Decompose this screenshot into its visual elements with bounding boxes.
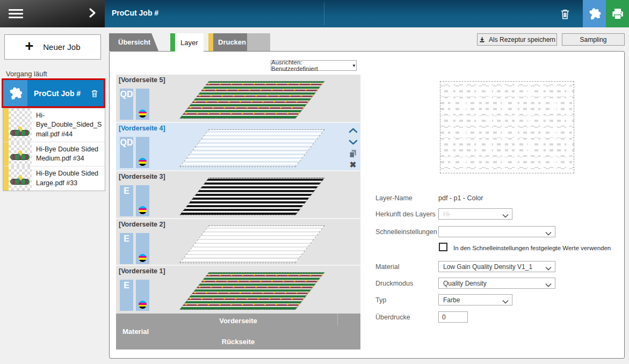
save-recipe-button[interactable]: Als Rezeptur speichern [477, 33, 557, 46]
job-status-stripe [3, 108, 9, 142]
layer-list: [Vorderseite 5] QD [Vorderseite 4] QD [116, 75, 360, 350]
print-mode-badge: QD [120, 89, 133, 99]
menu-icon[interactable] [9, 7, 23, 20]
move-layer-down-icon[interactable] [347, 137, 359, 147]
layer-row-vorderseite-5[interactable]: [Vorderseite 5] QD [116, 75, 360, 123]
caret-down-icon: ▼ [352, 63, 356, 68]
align-dropdown-value: Ausrichten: Benutzerdefiniert [271, 59, 349, 72]
header-main-section: ProCut Job # [105, 0, 629, 27]
header-bar: ProCut Job # [0, 0, 629, 27]
print-mode-dropdown[interactable]: Quality Density [438, 278, 555, 289]
footer-divider [337, 314, 338, 326]
job-list-item[interactable]: Hi-Bye Double Sided Large.pdf #33 [3, 166, 105, 191]
job-thumbnail [9, 166, 32, 191]
header-left-section [0, 0, 105, 27]
print-mode-value: Quality Density [443, 280, 487, 287]
job-status-stripe [3, 166, 9, 191]
layer-row-vorderseite-1[interactable]: [Vorderseite 1] E [116, 266, 360, 314]
remove-layer-icon[interactable]: ✖ [347, 160, 359, 170]
layer-tab-panel: Ausrichten: Benutzerdefiniert ▼ [Vorders… [109, 51, 625, 359]
layer-thumbnail [179, 178, 325, 215]
quick-settings-label: Schnelleinstellungen [375, 228, 437, 236]
download-icon [479, 36, 486, 43]
layer-row-vorderseite-4[interactable]: [Vorderseite 4] QD ✖ [116, 123, 360, 171]
cmyk-icon [139, 254, 147, 262]
cmyk-icon [139, 110, 147, 118]
move-layer-up-icon[interactable] [347, 126, 359, 135]
layer-row-vorderseite-2[interactable]: [Vorderseite 2] E [116, 219, 360, 266]
type-label: Typ [375, 296, 386, 304]
material-value: Low Gain Quality Density V1_1 [443, 263, 532, 271]
active-job-name: ProCut Job # [27, 89, 90, 98]
delete-job-icon[interactable] [554, 0, 576, 27]
job-list-item[interactable]: Hi-Bye_Double_Sided_Small.pdf #44 [3, 108, 105, 142]
plus-icon: + [25, 39, 34, 54]
job-name: Hi-Bye_Double_Sided_Small.pdf #44 [32, 108, 105, 142]
layer-row-label: [Vorderseite 5] [119, 76, 165, 84]
layer-row-vorderseite-3[interactable]: [Vorderseite 3] E [116, 171, 360, 219]
tab-drucken-label: Drucken [213, 38, 246, 46]
layer-name-label: Layer-Name [375, 194, 413, 202]
expand-chevron-icon[interactable] [89, 8, 96, 20]
header-divider [324, 2, 324, 25]
cmyk-icon [139, 158, 147, 166]
use-quick-settings-checkbox[interactable] [439, 243, 447, 251]
layer-preview [440, 81, 574, 173]
material-label: Material [375, 263, 399, 271]
print-mode-badge: E [120, 233, 133, 244]
layer-thumbnail [179, 81, 325, 119]
job-thumbnail [9, 142, 32, 166]
print-mode-bar: E [120, 233, 133, 264]
print-mode-bar: E [120, 185, 133, 216]
layer-thumbnail [179, 225, 325, 263]
tab-hidden-partial[interactable] [244, 33, 270, 51]
sampling-label: Sampling [580, 36, 606, 43]
align-dropdown[interactable]: Ausrichten: Benutzerdefiniert ▼ [271, 60, 357, 71]
printer-icon[interactable] [606, 0, 629, 27]
print-mode-badge: E [120, 280, 133, 290]
save-recipe-label: Als Rezeptur speichern [489, 36, 555, 43]
front-side-label: Vorderseite [116, 317, 360, 325]
tab-uebersicht[interactable]: Übersicht [109, 33, 158, 51]
layer-row-label: [Vorderseite 2] [119, 221, 165, 228]
tab-drucken[interactable]: Drucken [208, 33, 247, 51]
layer-row-actions: ✖ [347, 123, 359, 170]
print-mode-badge: QD [120, 137, 133, 148]
procut-puzzle-icon[interactable] [583, 0, 606, 27]
use-quick-settings-label: In den Schnelleinstellungen festgelegte … [453, 245, 611, 251]
job-delete-icon[interactable] [90, 89, 104, 98]
color-bar [136, 89, 149, 120]
job-list-item[interactable]: Hi-Bye Double Sided Medium.pdf #34 [3, 142, 105, 167]
cmyk-icon [139, 206, 147, 214]
layer-name-value: pdf - p1 - Color [438, 194, 483, 202]
job-list: Hi-Bye_Double_Sided_Small.pdf #44 Hi-Bye… [3, 108, 105, 191]
tab-layer[interactable]: Layer [170, 33, 204, 52]
quick-settings-dropdown[interactable] [438, 226, 555, 237]
material-dropdown[interactable]: Low Gain Quality Density V1_1 [438, 261, 555, 272]
print-mode-badge: E [120, 185, 133, 196]
type-dropdown[interactable]: Farbe [438, 294, 512, 305]
job-thumbnail [9, 108, 32, 142]
job-status-stripe [3, 142, 9, 166]
layer-origin-label: Herkunft des Layers [375, 210, 436, 218]
layer-origin-dropdown[interactable]: Hi- [438, 208, 512, 220]
layer-row-label: [Vorderseite 1] [119, 267, 165, 275]
tab-uebersicht-label: Übersicht [118, 38, 150, 46]
print-mode-bar: E [120, 280, 133, 311]
overprint-label: Überdrucke [375, 314, 410, 321]
new-job-button[interactable]: + Neuer Job [4, 34, 101, 60]
sampling-button[interactable]: Sampling [562, 33, 625, 46]
type-value: Farbe [443, 296, 460, 304]
chevron-down-icon [502, 298, 509, 305]
print-mode-label: Druckmodus [375, 280, 413, 287]
job-name: Hi-Bye Double Sided Medium.pdf #34 [32, 142, 105, 166]
duplicate-layer-icon[interactable] [347, 149, 359, 158]
color-bar [136, 185, 149, 216]
tab-drucken-stripe [208, 33, 213, 51]
overprint-input[interactable] [438, 311, 468, 323]
process-status-label: Vorgang läuft [6, 70, 47, 78]
layer-origin-value: Hi- [443, 210, 451, 218]
active-job-item[interactable]: ProCut Job # [2, 78, 105, 108]
app-window: ProCut Job # [0, 0, 629, 364]
back-side-label: Rückseite [116, 338, 360, 346]
